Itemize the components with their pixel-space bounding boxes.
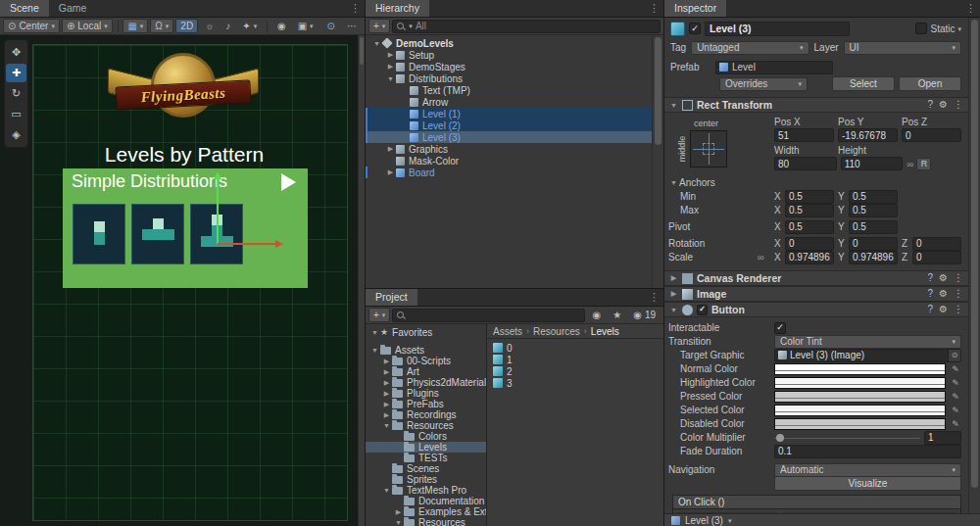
eyedropper-icon[interactable]: ✎ (950, 392, 961, 402)
link-icon[interactable]: ∞ (906, 159, 913, 169)
scene-lighting-button[interactable]: ☼ (200, 19, 219, 33)
scale-x-field[interactable] (785, 251, 834, 264)
foldout-icon[interactable]: ▶ (669, 274, 678, 282)
component-menu-icon[interactable]: ⋮ (954, 289, 963, 299)
panel-menu-icon[interactable]: ⋮ (649, 3, 660, 14)
foldout-icon[interactable]: ▶ (669, 290, 678, 298)
pos-y-input[interactable] (842, 130, 894, 141)
hierarchy-item-demostages[interactable]: ▶DemoStages (366, 61, 663, 72)
rotate-tool-button[interactable]: ↻ (6, 84, 26, 103)
project-search[interactable] (392, 309, 585, 322)
rotation-x-input[interactable] (789, 238, 830, 249)
pivot-y-input[interactable] (853, 221, 894, 232)
scene-audio-button[interactable]: ♪ (220, 19, 235, 33)
rect-tool-button[interactable]: ▭ (6, 105, 26, 123)
foldout-icon[interactable]: ▼ (371, 40, 382, 47)
overrides-dropdown[interactable]: Overrides▾ (719, 77, 808, 91)
rotation-mode-button[interactable]: ⊕Local▾ (62, 19, 113, 33)
anchor-max-x-input[interactable] (789, 205, 830, 215)
prefab-open-button[interactable]: Open (899, 76, 961, 91)
pos-y-field[interactable] (838, 128, 898, 142)
raw-edit-button[interactable]: R (916, 158, 931, 170)
hierarchy-scrollbar[interactable] (652, 35, 663, 288)
project-item-tests[interactable]: TESTs (366, 453, 486, 463)
panel-menu-icon[interactable]: ⋮ (350, 3, 361, 14)
project-item-sprites[interactable]: Sprites (366, 474, 486, 485)
anchor-min-x-input[interactable] (789, 191, 830, 202)
foldout-icon[interactable]: ▼ (669, 102, 678, 109)
grid-visibility-button[interactable]: ▦▾ (122, 19, 148, 33)
project-item-resources[interactable]: ▼Resources (366, 420, 486, 431)
presets-icon[interactable]: ⚙ (939, 273, 948, 283)
scrollbar-thumb[interactable] (360, 37, 364, 65)
tag-dropdown[interactable]: Untagged▾ (691, 41, 808, 55)
color-multiplier-input[interactable] (928, 432, 957, 443)
hidden-packages-count[interactable]: ◉19 (628, 308, 661, 322)
project-item-physics2dmaterial[interactable]: ▶Physics2dMaterial (366, 377, 486, 388)
foldout-icon[interactable]: ▼ (669, 307, 678, 313)
gizmos-button[interactable]: ⊙ (322, 19, 340, 33)
presets-icon[interactable]: ⚙ (939, 305, 948, 314)
project-item-assets[interactable]: ▼Assets (366, 345, 486, 356)
scale-y-field[interactable] (849, 251, 898, 264)
more-tools-button[interactable]: ⋯ (342, 19, 362, 33)
eyedropper-icon[interactable]: ✎ (950, 406, 961, 415)
component-menu-icon[interactable]: ⋮ (954, 305, 963, 314)
view-tool-button[interactable]: ✥ (6, 43, 26, 62)
rotation-y-field[interactable] (849, 237, 898, 251)
pivot-x-input[interactable] (789, 221, 830, 232)
foldout-icon[interactable]: ▶ (385, 145, 396, 153)
level-thumbnail-1[interactable] (73, 204, 125, 264)
create-object-button[interactable]: +▾ (368, 19, 390, 33)
project-search-input[interactable] (409, 310, 581, 320)
navigation-dropdown[interactable]: Automatic▾ (774, 463, 961, 477)
width-input[interactable] (778, 159, 833, 169)
rotation-z-input[interactable] (916, 238, 957, 249)
foldout-icon[interactable]: ▶ (385, 63, 396, 71)
effects-button[interactable]: ✦▾ (237, 19, 262, 33)
visualize-button[interactable]: Visualize (774, 476, 961, 491)
panel-menu-icon[interactable]: ⋮ (649, 292, 660, 303)
pos-x-input[interactable] (778, 130, 830, 141)
prefab-object-field[interactable]: Level (715, 61, 833, 74)
foldout-icon[interactable]: ▼ (393, 519, 404, 526)
project-item-colors[interactable]: Colors (366, 431, 486, 442)
inspector-scrollbar[interactable] (968, 18, 980, 513)
hierarchy-item-setup[interactable]: ▶Setup (366, 49, 663, 61)
pos-x-field[interactable] (774, 128, 834, 142)
move-tool-button[interactable]: ✚ (6, 64, 26, 82)
slider-thumb[interactable] (776, 434, 784, 442)
static-checkbox[interactable] (915, 23, 927, 34)
hierarchy-search-input[interactable] (416, 21, 657, 31)
scale-y-input[interactable] (853, 252, 894, 263)
search-by-type-button[interactable]: ◉ (587, 308, 606, 322)
project-item-tmp-resources[interactable]: ▼Resources (366, 517, 486, 526)
transform-tool-button[interactable]: ◈ (6, 125, 26, 144)
canvas-renderer-header[interactable]: ▶ Canvas Renderer ? ⚙ ⋮ (664, 270, 968, 286)
x-axis-gizmo[interactable] (218, 243, 276, 245)
project-item-art[interactable]: ▶Art (366, 366, 486, 377)
project-item-recordings[interactable]: ▶Recordings (366, 409, 486, 420)
disabled-color-swatch[interactable] (774, 418, 946, 430)
presets-icon[interactable]: ⚙ (939, 289, 948, 299)
foldout-icon[interactable]: ▶ (381, 358, 392, 365)
hierarchy-item-board[interactable]: ▶Board› (366, 167, 663, 178)
hierarchy-item-demolevels[interactable]: ▼DemoLevels⋮ (366, 37, 663, 49)
link-icon[interactable]: ∞ (758, 252, 764, 263)
selected-color-swatch[interactable] (774, 405, 946, 416)
hierarchy-item-arrow[interactable]: Arrow (366, 96, 663, 108)
hierarchy-item-level-3[interactable]: Level (3)› (366, 131, 663, 143)
hierarchy-search[interactable]: ▾ (392, 20, 661, 33)
prefab-select-button[interactable]: Select (832, 76, 895, 91)
breadcrumb-levels[interactable]: Levels (591, 326, 619, 337)
width-field[interactable] (774, 157, 837, 170)
foldout-icon[interactable]: ▶ (381, 390, 392, 398)
foldout-icon[interactable]: ▶ (381, 411, 392, 419)
target-graphic-field[interactable]: Level (3) (Image) ⊙ (774, 349, 961, 362)
scale-z-field[interactable] (912, 251, 961, 264)
pos-z-field[interactable] (902, 128, 961, 142)
foldout-icon[interactable]: ▼ (369, 347, 380, 354)
foldout-icon[interactable]: ▶ (381, 401, 392, 408)
project-item-examples[interactable]: ▶Examples & Extr... (366, 506, 486, 517)
level-thumbnail-2[interactable] (131, 204, 184, 264)
